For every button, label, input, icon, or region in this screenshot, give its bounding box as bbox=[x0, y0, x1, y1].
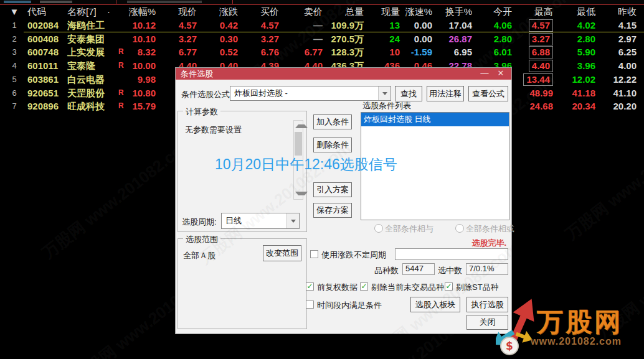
formula-combobox[interactable]: 炸板回封选股 - bbox=[230, 86, 391, 101]
change-range-button[interactable]: 改变范围 bbox=[263, 245, 301, 261]
formula-label: 条件选股公式 bbox=[181, 89, 230, 100]
updown-period-label: 使用涨跌不定周期 bbox=[321, 249, 386, 261]
chevron-down-icon[interactable] bbox=[378, 86, 391, 100]
updown-period-checkbox[interactable] bbox=[310, 250, 318, 258]
minimize-icon[interactable]: — bbox=[476, 68, 493, 80]
dialog-titlebar[interactable]: 条件选股 — ✕ bbox=[176, 68, 511, 80]
column-header[interactable]: 涨跌 bbox=[198, 5, 238, 18]
period-value: 日线 bbox=[225, 213, 242, 228]
dialog-title: 条件选股 bbox=[181, 69, 213, 78]
column-header[interactable]: ▼ bbox=[5, 5, 24, 18]
table-cell: 海鸥住工 bbox=[67, 19, 117, 32]
column-header[interactable]: 现量 bbox=[365, 5, 400, 18]
table-cell: 0.00 bbox=[401, 32, 432, 45]
table-cell: 2.80 bbox=[554, 32, 595, 45]
table-cell: R bbox=[118, 100, 128, 113]
radio-and[interactable] bbox=[374, 224, 383, 233]
table-cell: 2.97 bbox=[597, 32, 637, 45]
table-cell: 26.87 bbox=[433, 32, 472, 45]
total-count-value: 5447 bbox=[402, 263, 435, 275]
table-cell: 13 bbox=[365, 19, 400, 32]
table-cell: — bbox=[280, 19, 323, 32]
table-cell: 6.76 bbox=[239, 45, 279, 58]
column-header[interactable]: 代码 bbox=[27, 5, 64, 18]
scroll-down-icon[interactable] bbox=[295, 192, 308, 195]
table-cell: 4.40 bbox=[513, 59, 553, 72]
tab-fragment[interactable] bbox=[4, 1, 31, 3]
table-cell: 4.06 bbox=[473, 19, 512, 32]
table-cell: 603861 bbox=[27, 73, 64, 86]
table-cell: 600408 bbox=[27, 32, 64, 45]
table-cell: 6.77 bbox=[280, 45, 323, 58]
add-condition-button[interactable]: 加入条件 bbox=[313, 114, 352, 129]
status-text: 选股完毕. bbox=[471, 238, 506, 249]
formula-value: 炸板回封选股 - bbox=[234, 86, 288, 100]
radio-or[interactable] bbox=[455, 224, 464, 233]
close-icon[interactable]: ✕ bbox=[493, 68, 509, 80]
table-cell: 3 bbox=[5, 45, 24, 58]
table-cell: 白云电器 bbox=[67, 73, 117, 86]
period-combobox[interactable]: 日线 bbox=[221, 213, 300, 229]
table-cell: 109.9万 bbox=[324, 19, 364, 32]
column-header[interactable]: 买价 bbox=[239, 5, 279, 18]
table-cell: 13.44 bbox=[513, 73, 553, 86]
table-cell: — bbox=[280, 32, 323, 45]
condition-list-item[interactable]: 炸板回封选股 日线 bbox=[361, 113, 509, 126]
params-scrollbar[interactable] bbox=[293, 120, 303, 200]
table-cell: 3.27 bbox=[513, 32, 553, 45]
table-cell: 旺成科技 bbox=[67, 100, 117, 113]
table-cell: 6.95 bbox=[433, 45, 472, 58]
view-formula-button[interactable]: 查看公式 bbox=[468, 86, 508, 101]
column-header[interactable]: 换手% bbox=[433, 5, 472, 18]
save-scheme-button[interactable]: 保存方案 bbox=[313, 203, 352, 218]
table-cell: R bbox=[118, 86, 128, 100]
header-dot[interactable]: · bbox=[107, 5, 116, 18]
top-tab-strip bbox=[0, 0, 644, 5]
scrollbar-thumb[interactable] bbox=[295, 132, 302, 156]
time-range-label: 时间段内满足条件 bbox=[317, 300, 382, 311]
site-name: 万股网 bbox=[537, 305, 623, 340]
range-value: 全部Ａ股 bbox=[183, 250, 215, 261]
table-cell: 920896 bbox=[27, 100, 64, 113]
selected-row-underline bbox=[24, 32, 644, 32]
table-cell: 6.77 bbox=[157, 45, 197, 58]
table-cell: 4.00 bbox=[597, 59, 637, 72]
chevron-down-icon[interactable] bbox=[286, 213, 299, 228]
column-header[interactable]: 总量 bbox=[324, 5, 364, 18]
exclude-st-label: 剔除ST品种 bbox=[456, 282, 499, 293]
condition-listbox[interactable]: 炸板回封选股 日线 bbox=[361, 112, 509, 220]
table-cell: 17.04 bbox=[433, 19, 472, 32]
column-header[interactable]: 涨速% bbox=[401, 5, 432, 18]
column-header[interactable]: 涨幅% bbox=[127, 5, 156, 18]
column-header[interactable]: 最低 bbox=[554, 5, 595, 18]
table-cell: 128.3万 bbox=[324, 45, 364, 58]
tab-fragment[interactable] bbox=[40, 1, 72, 3]
condition-list-label: 选股条件列表 bbox=[362, 100, 411, 111]
column-header[interactable]: 昨收 bbox=[597, 5, 637, 18]
column-header[interactable]: 卖价 bbox=[280, 5, 323, 18]
table-cell: 20.34 bbox=[554, 100, 595, 113]
tab-fragment[interactable] bbox=[127, 1, 202, 3]
delete-condition-button[interactable]: 删除条件 bbox=[313, 138, 352, 152]
column-header[interactable]: 现价 bbox=[157, 5, 197, 18]
forward-adjusted-checkbox[interactable] bbox=[306, 282, 314, 291]
radio-and-label: 全部条件相与 bbox=[385, 223, 433, 235]
calc-params-group: 计算参数 无参数需要设置 选股周期: 日线 bbox=[178, 111, 307, 232]
table-cell: 8.32 bbox=[127, 45, 156, 58]
usage-note-button[interactable]: 用法注释 bbox=[427, 86, 464, 101]
scroll-up-icon[interactable] bbox=[295, 124, 308, 128]
time-range-checkbox[interactable] bbox=[306, 301, 314, 309]
exclude-st-checkbox[interactable] bbox=[445, 282, 453, 291]
updown-period-input[interactable] bbox=[395, 248, 508, 260]
find-button[interactable]: 查找 bbox=[395, 86, 422, 101]
column-header[interactable]: 今开 bbox=[473, 5, 512, 18]
select-to-block-button[interactable]: 选股入板块 bbox=[410, 297, 460, 312]
import-scheme-button[interactable]: 引入方案 bbox=[313, 182, 352, 197]
column-header[interactable]: 最高 bbox=[513, 5, 553, 18]
table-cell: 4.57 bbox=[239, 19, 279, 32]
table-cell: 10.12 bbox=[127, 19, 156, 32]
table-cell: R bbox=[118, 59, 128, 72]
exclude-untraded-checkbox[interactable] bbox=[360, 282, 368, 291]
table-cell: 601011 bbox=[27, 59, 64, 72]
table-cell: 天罡股份 bbox=[67, 86, 117, 100]
